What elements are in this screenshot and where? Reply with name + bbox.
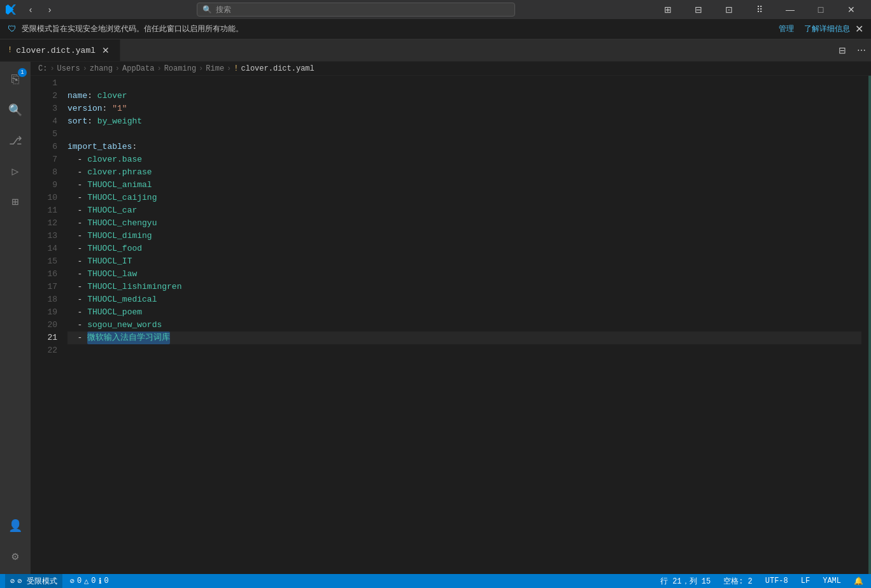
warning-icon: △ xyxy=(84,577,89,586)
close-button[interactable]: ✕ xyxy=(837,0,866,19)
code-line-10[interactable]: - THUOCL_caijing xyxy=(67,192,861,204)
breadcrumb-rime[interactable]: Rime xyxy=(206,64,224,73)
activity-bar: ⎘ 1 🔍 ⎇ ▷ ⊞ 👤 ⚙ xyxy=(0,62,31,574)
sidebar-item-search[interactable]: 🔍 xyxy=(0,95,31,125)
restricted-mode-label: ⊘ 受限模式 xyxy=(17,576,57,587)
search-placeholder: 搜索 xyxy=(216,4,231,15)
run-icon: ▷ xyxy=(12,164,19,178)
code-line-18[interactable]: - THUOCL_medical xyxy=(67,293,861,306)
sidebar-item-run[interactable]: ▷ xyxy=(0,156,31,186)
line-ending-text: LF xyxy=(801,577,810,585)
tab-close-button[interactable]: ✕ xyxy=(99,44,112,57)
code-editor[interactable]: 12345678910111213141516171819202122 name… xyxy=(31,76,871,574)
search-icon: 🔍 xyxy=(8,103,22,117)
maximize-button[interactable]: □ xyxy=(806,0,835,19)
layout-button[interactable]: ⊞ xyxy=(653,0,683,19)
status-position[interactable]: 行 21，列 15 xyxy=(658,574,713,588)
restricted-mode-icon: ⊘ xyxy=(10,577,15,586)
back-button[interactable]: ‹ xyxy=(22,1,39,18)
warning-count: 0 xyxy=(91,577,96,585)
code-line-9[interactable]: - THUOCL_animal xyxy=(67,179,861,192)
sidebar-item-extensions[interactable]: ⊞ xyxy=(0,186,31,217)
code-line-5[interactable] xyxy=(67,128,861,141)
spaces-text: 空格: 2 xyxy=(723,576,753,587)
code-line-7[interactable]: - clover.base xyxy=(67,153,861,166)
status-left: ⊘ ⊘ 受限模式 ⊘ 0 △ 0 ℹ 0 xyxy=(5,574,111,588)
split-button[interactable]: ⊡ xyxy=(714,0,744,19)
restricted-message: 受限模式旨在实现安全地浏览代码。信任此窗口以启用所有功能。 xyxy=(22,24,774,34)
status-encoding[interactable]: UTF-8 xyxy=(763,574,791,588)
sidebar-item-explorer[interactable]: ⎘ 1 xyxy=(0,64,31,95)
breadcrumb-c[interactable]: C: xyxy=(38,64,47,73)
status-language[interactable]: YAML xyxy=(820,574,844,588)
restricted-mode-bar: 🛡 受限模式旨在实现安全地浏览代码。信任此窗口以启用所有功能。 管理 了解详细信… xyxy=(0,19,871,39)
settings-icon: ⚙ xyxy=(12,549,19,563)
status-restricted-mode[interactable]: ⊘ ⊘ 受限模式 xyxy=(5,574,62,588)
panel-button[interactable]: ⊟ xyxy=(684,0,713,19)
tab-clover-dict-yaml[interactable]: ! clover.dict.yaml ✕ xyxy=(0,39,120,61)
info-count: 0 xyxy=(104,577,109,585)
breadcrumb-filename: clover.dict.yaml xyxy=(241,64,315,73)
breadcrumb-roaming[interactable]: Roaming xyxy=(164,64,196,73)
status-spaces[interactable]: 空格: 2 xyxy=(721,574,755,588)
code-line-3[interactable]: version: "1" xyxy=(67,102,861,115)
breadcrumb-appdata[interactable]: AppData xyxy=(122,64,154,73)
source-control-icon: ⎇ xyxy=(9,134,22,148)
status-bar: ⊘ ⊘ 受限模式 ⊘ 0 △ 0 ℹ 0 行 21，列 15 空格: 2 UTF… xyxy=(0,574,871,588)
code-line-17[interactable]: - THUOCL_lishimingren xyxy=(67,281,861,293)
code-line-4[interactable]: sort: by_weight xyxy=(67,115,861,128)
account-icon: 👤 xyxy=(8,519,22,533)
code-line-21[interactable]: - 微软输入法自学习词库 xyxy=(67,332,861,344)
activity-bar-bottom: 👤 ⚙ xyxy=(0,510,31,571)
breadcrumb: C: › Users › zhang › AppData › Roaming ›… xyxy=(31,62,871,76)
status-bell[interactable]: 🔔 xyxy=(851,574,866,588)
code-line-16[interactable]: - THUOCL_law xyxy=(67,268,861,281)
main-area: ⎘ 1 🔍 ⎇ ▷ ⊞ 👤 ⚙ C: › Users xyxy=(0,62,871,574)
code-content[interactable]: name: cloverversion: "1"sort: by_weighti… xyxy=(62,76,861,574)
more-actions-button[interactable]: ⋯ xyxy=(852,39,871,62)
titlebar-left: ‹ › xyxy=(5,1,59,18)
code-line-14[interactable]: - THUOCL_food xyxy=(67,242,861,255)
code-line-22[interactable] xyxy=(67,344,861,357)
vscode-logo-icon xyxy=(5,4,17,15)
code-line-11[interactable]: - THUOCL_car xyxy=(67,204,861,217)
titlebar-nav: ‹ › xyxy=(22,1,59,18)
split-editor-button[interactable]: ⊟ xyxy=(833,39,852,62)
grid-button[interactable]: ⠿ xyxy=(745,0,774,19)
language-text: YAML xyxy=(823,577,841,585)
breadcrumb-users[interactable]: Users xyxy=(57,64,80,73)
code-line-15[interactable]: - THUOCL_IT xyxy=(67,255,861,268)
minimize-button[interactable]: — xyxy=(775,0,805,19)
bell-icon: 🔔 xyxy=(854,577,863,586)
line-numbers: 12345678910111213141516171819202122 xyxy=(31,76,62,574)
code-line-6[interactable]: import_tables: xyxy=(67,141,861,153)
code-line-2[interactable]: name: clover xyxy=(67,90,861,102)
code-line-20[interactable]: - sogou_new_words xyxy=(67,319,861,332)
code-line-12[interactable]: - THUOCL_chengyu xyxy=(67,217,861,230)
titlebar-right: ⊞ ⊟ ⊡ ⠿ — □ ✕ xyxy=(653,0,866,19)
right-gutter xyxy=(861,76,871,574)
tabbar-actions: ⊟ ⋯ xyxy=(833,39,871,61)
search-bar[interactable]: 🔍 搜索 xyxy=(197,3,515,17)
sidebar-item-settings[interactable]: ⚙ xyxy=(0,541,31,571)
explorer-badge: 1 xyxy=(18,68,27,77)
learn-more-link[interactable]: 了解详细信息 xyxy=(804,24,850,34)
sidebar-item-account[interactable]: 👤 xyxy=(0,510,31,541)
breadcrumb-zhang[interactable]: zhang xyxy=(90,64,113,73)
forward-button[interactable]: › xyxy=(41,1,59,18)
code-line-1[interactable] xyxy=(67,77,861,90)
tab-label: clover.dict.yaml xyxy=(16,46,96,55)
titlebar: ‹ › 🔍 搜索 ⊞ ⊟ ⊡ ⠿ — □ ✕ xyxy=(0,0,871,19)
breadcrumb-file[interactable]: ! clover.dict.yaml xyxy=(234,64,314,73)
code-line-19[interactable]: - THUOCL_poem xyxy=(67,306,861,319)
status-line-ending[interactable]: LF xyxy=(798,574,812,588)
code-line-8[interactable]: - clover.phrase xyxy=(67,166,861,179)
status-right: 行 21，列 15 空格: 2 UTF-8 LF YAML 🔔 xyxy=(658,574,866,588)
sidebar-item-source-control[interactable]: ⎇ xyxy=(0,125,31,156)
code-line-13[interactable]: - THUOCL_diming xyxy=(67,230,861,242)
manage-link[interactable]: 管理 xyxy=(779,24,794,34)
tab-warning-icon: ! xyxy=(8,46,12,55)
breadcrumb-file-icon: ! xyxy=(234,64,238,73)
restricted-close-button[interactable]: ✕ xyxy=(855,23,863,35)
status-errors[interactable]: ⊘ 0 △ 0 ℹ 0 xyxy=(67,574,111,588)
